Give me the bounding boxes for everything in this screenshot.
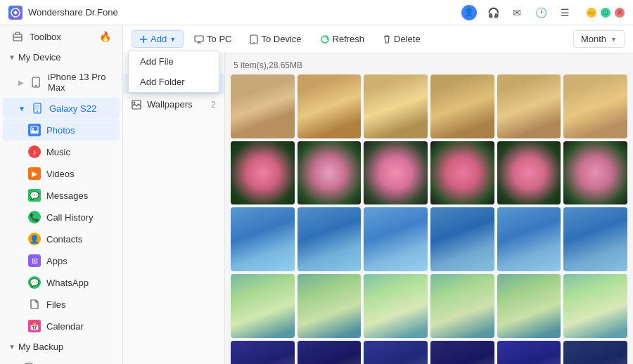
photo-cell[interactable] — [364, 274, 428, 338]
photo-cell[interactable] — [231, 207, 295, 271]
apps-label: Apps — [46, 256, 68, 266]
to-device-button[interactable]: To Device — [242, 30, 309, 48]
contacts-label: Contacts — [46, 234, 82, 245]
clock-icon[interactable]: 🕐 — [533, 5, 549, 20]
android-icon — [31, 102, 44, 115]
my-backup-header[interactable]: ▼ My Backup — [0, 337, 122, 356]
headset-icon[interactable]: 🎧 — [485, 5, 501, 20]
photo-cell[interactable] — [430, 207, 494, 271]
flame-icon: 🔥 — [99, 31, 111, 42]
refresh-label: Refresh — [333, 34, 365, 44]
minimize-button[interactable]: — — [587, 8, 596, 18]
sidebar-item-toolbox[interactable]: Toolbox 🔥 — [3, 26, 120, 47]
files-label: Files — [46, 299, 65, 310]
photo-cell[interactable] — [231, 74, 295, 138]
photo-cell[interactable] — [497, 74, 561, 138]
messages-label: Messages — [46, 190, 88, 201]
add-file-item[interactable]: Add File — [129, 51, 219, 72]
photo-grid-container: 5 item(s),28.65MB — [225, 53, 633, 364]
sidebar-item-files[interactable]: Files — [3, 294, 120, 315]
svg-point-9 — [32, 128, 34, 129]
delete-button[interactable]: Delete — [375, 30, 428, 48]
to-pc-button[interactable]: To PC — [186, 30, 239, 48]
photos-icon — [28, 124, 41, 136]
delete-label: Delete — [394, 34, 421, 44]
my-device-label: My Device — [18, 52, 61, 63]
photo-sources-panel: Camera 6 DrFone 150 Wallpapers — [123, 53, 225, 364]
photo-cell[interactable] — [430, 141, 494, 205]
photo-cell[interactable] — [430, 274, 494, 338]
apps-icon: ⊞ — [28, 254, 41, 267]
sidebar: Toolbox 🔥 ▼ My Device ▶ iPhone 13 Pro Ma… — [0, 25, 123, 364]
sidebar-item-music[interactable]: ♪ Music — [3, 141, 120, 162]
photo-cell[interactable] — [364, 74, 428, 138]
photo-cell[interactable] — [430, 74, 494, 138]
chevron-right-icon: ▶ — [18, 79, 24, 86]
photo-cell[interactable] — [497, 207, 561, 271]
sidebar-item-videos[interactable]: ▶ Videos — [3, 163, 120, 184]
photo-cell[interactable] — [497, 141, 561, 205]
close-button[interactable]: ✕ — [615, 8, 625, 18]
messages-icon: 💬 — [28, 189, 41, 202]
photo-cell[interactable] — [298, 74, 362, 138]
month-label: Month — [581, 34, 606, 44]
maximize-button[interactable]: □ — [601, 8, 610, 18]
photo-cell[interactable] — [364, 141, 428, 205]
photo-cell[interactable] — [364, 341, 428, 364]
svg-point-28 — [134, 101, 136, 103]
to-pc-icon — [194, 35, 204, 44]
calendar-icon: 📅 — [28, 320, 41, 332]
svg-rect-6 — [35, 105, 39, 110]
svg-point-4 — [35, 85, 37, 86]
videos-icon: ▶ — [28, 167, 41, 180]
galaxy-label: Galaxy S22 — [49, 103, 96, 114]
sidebar-item-iphone13[interactable]: ▶ iPhone 13 Pro Max — [3, 67, 120, 97]
photo-cell[interactable] — [231, 141, 295, 205]
call-history-icon: 📞 — [28, 211, 41, 223]
photos-label: Photos — [46, 125, 75, 136]
photo-cell[interactable] — [497, 274, 561, 338]
sidebar-item-galaxy[interactable]: ▼ Galaxy S22 — [3, 98, 120, 119]
refresh-button[interactable]: Refresh — [312, 30, 373, 48]
chevron-down-icon: ▼ — [8, 53, 15, 61]
photo-cell[interactable] — [298, 141, 362, 205]
sidebar-item-whatsapp[interactable]: 💬 WhatsApp — [3, 272, 120, 293]
user-avatar-icon[interactable]: 👤 — [461, 5, 477, 20]
photo-cell[interactable] — [430, 341, 494, 364]
app-logo — [8, 6, 23, 20]
photo-cell[interactable] — [563, 141, 627, 205]
sidebar-item-apps[interactable]: ⊞ Apps — [3, 250, 120, 271]
photo-cell[interactable] — [563, 74, 627, 138]
month-selector[interactable]: Month ▼ — [573, 30, 625, 48]
sidebar-item-iphone-backup[interactable]: iPhone 04/24 — [3, 357, 120, 364]
sidebar-item-messages[interactable]: 💬 Messages — [3, 185, 120, 206]
photo-cell[interactable] — [563, 274, 627, 338]
photo-cell[interactable] — [364, 207, 428, 271]
calendar-label: Calendar — [46, 321, 84, 332]
sidebar-item-photos[interactable]: Photos — [3, 119, 120, 141]
photo-cell[interactable] — [563, 207, 627, 271]
toolbar: Add ▼ To PC To Device Refresh Delete — [123, 25, 633, 53]
photo-cell[interactable] — [497, 341, 561, 364]
photo-cell[interactable] — [298, 207, 362, 271]
sidebar-item-contacts[interactable]: 👤 Contacts — [3, 228, 120, 249]
photo-cell[interactable] — [231, 274, 295, 338]
whatsapp-icon: 💬 — [28, 276, 41, 289]
my-device-header[interactable]: ▼ My Device — [0, 48, 122, 67]
sidebar-item-call-history[interactable]: 📞 Call History — [3, 207, 120, 228]
photo-cell[interactable] — [563, 341, 627, 364]
add-button[interactable]: Add ▼ — [132, 30, 184, 48]
iphone13-label: iPhone 13 Pro Max — [48, 72, 111, 93]
photo-cell[interactable] — [298, 274, 362, 338]
menu-icon[interactable]: ☰ — [557, 5, 573, 20]
photo-cell[interactable] — [231, 341, 295, 364]
sidebar-item-calendar[interactable]: 📅 Calendar — [3, 316, 120, 337]
mail-icon[interactable]: ✉ — [509, 5, 525, 20]
add-folder-item[interactable]: Add Folder — [129, 72, 219, 92]
add-label: Add — [151, 34, 167, 44]
music-label: Music — [46, 147, 70, 157]
photo-info-bar: 5 item(s),28.65MB — [231, 59, 627, 74]
delete-icon — [383, 34, 391, 44]
photo-cell[interactable] — [298, 341, 362, 364]
source-wallpapers[interactable]: Wallpapers 2 — [123, 94, 224, 115]
